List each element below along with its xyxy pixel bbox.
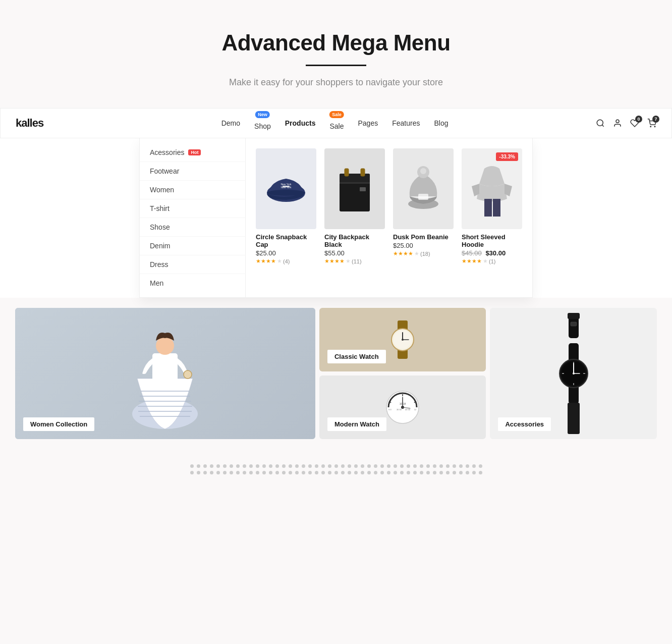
pagination-dot[interactable] (426, 464, 430, 468)
pagination-dot[interactable] (289, 464, 292, 468)
pagination-dot[interactable] (216, 464, 220, 468)
search-button[interactable] (596, 119, 605, 128)
pagination-dot[interactable] (400, 464, 404, 468)
sidebar-item-denim[interactable]: Denim (140, 237, 245, 255)
pagination-dot[interactable] (387, 471, 390, 474)
pagination-dot[interactable] (374, 471, 377, 474)
pagination-dot[interactable] (466, 464, 469, 468)
banner-women[interactable]: Women Collection (15, 308, 315, 439)
wishlist-button[interactable]: 0 (630, 119, 639, 128)
navbar-logo[interactable]: kalles (16, 117, 43, 130)
pagination-dot[interactable] (256, 464, 259, 468)
nav-item-products[interactable]: Products (285, 119, 316, 127)
nav-item-demo[interactable]: Demo (221, 119, 240, 127)
sidebar-item-tshirt[interactable]: T-shirt (140, 199, 245, 218)
pagination-dot[interactable] (380, 464, 384, 468)
pagination-dot[interactable] (190, 464, 194, 468)
pagination-dot[interactable] (190, 471, 194, 474)
banner-accessories[interactable]: Accessories (490, 308, 657, 439)
pagination-dot[interactable] (210, 471, 213, 474)
pagination-dot[interactable] (348, 471, 351, 474)
pagination-dot[interactable] (302, 471, 305, 474)
nav-item-blog[interactable]: Blog (434, 119, 448, 127)
pagination-dot[interactable] (420, 464, 423, 468)
pagination-dot[interactable] (275, 471, 279, 474)
sidebar-item-accessories[interactable]: Acessories Hot (140, 143, 245, 162)
product-card-bag[interactable]: City Backpack Black $55.00 ★★★★★ (11) (324, 148, 385, 287)
pagination-dot[interactable] (223, 464, 227, 468)
pagination-dot[interactable] (354, 464, 358, 468)
pagination-dot[interactable] (472, 471, 476, 474)
pagination-dot[interactable] (341, 464, 345, 468)
pagination-dot[interactable] (249, 464, 253, 468)
pagination-dot[interactable] (269, 464, 272, 468)
sidebar-item-footwear[interactable]: Footwear (140, 162, 245, 181)
pagination-dot[interactable] (236, 464, 240, 468)
pagination-dot[interactable] (466, 471, 469, 474)
pagination-dot[interactable] (459, 464, 463, 468)
pagination-dot[interactable] (380, 471, 384, 474)
pagination-dot[interactable] (295, 471, 299, 474)
pagination-dot[interactable] (413, 464, 417, 468)
pagination-dot[interactable] (269, 471, 272, 474)
pagination-dot[interactable] (479, 471, 482, 474)
product-card-cap[interactable]: New York New York Circle Snapback Cap $2… (256, 148, 316, 287)
pagination-dot[interactable] (236, 471, 240, 474)
pagination-dot[interactable] (197, 471, 200, 474)
pagination-dot[interactable] (361, 464, 364, 468)
pagination-dot[interactable] (262, 471, 266, 474)
pagination-dot[interactable] (295, 464, 299, 468)
pagination-dot[interactable] (354, 471, 358, 474)
pagination-dot[interactable] (243, 464, 246, 468)
pagination-dot[interactable] (446, 464, 450, 468)
pagination-dot[interactable] (387, 464, 390, 468)
nav-item-sale[interactable]: Sale Sale (329, 116, 344, 130)
pagination-dot[interactable] (315, 464, 318, 468)
pagination-dot[interactable] (216, 471, 220, 474)
pagination-dot[interactable] (433, 471, 436, 474)
nav-item-pages[interactable]: Pages (358, 119, 378, 127)
cart-button[interactable]: 7 (647, 119, 656, 128)
pagination-dot[interactable] (328, 464, 331, 468)
pagination-dot[interactable] (203, 464, 207, 468)
pagination-dot[interactable] (459, 471, 463, 474)
pagination-dot[interactable] (230, 471, 233, 474)
nav-item-features[interactable]: Features (392, 119, 420, 127)
pagination-dot[interactable] (446, 471, 450, 474)
pagination-dot[interactable] (282, 464, 286, 468)
pagination-dot[interactable] (275, 464, 279, 468)
pagination-dot[interactable] (328, 471, 331, 474)
sidebar-item-shoes[interactable]: Shose (140, 218, 245, 237)
pagination-dot[interactable] (453, 471, 456, 474)
pagination-dot[interactable] (367, 464, 371, 468)
pagination-dot[interactable] (315, 471, 318, 474)
pagination-dot[interactable] (479, 464, 482, 468)
pagination-dot[interactable] (407, 471, 410, 474)
pagination-dot[interactable] (249, 471, 253, 474)
pagination-dot[interactable] (367, 471, 371, 474)
pagination-dot[interactable] (439, 471, 443, 474)
pagination-dot[interactable] (230, 464, 233, 468)
pagination-dot[interactable] (420, 471, 423, 474)
pagination-dot[interactable] (348, 464, 351, 468)
pagination-dot[interactable] (262, 464, 266, 468)
sidebar-item-women[interactable]: Women (140, 181, 245, 199)
pagination-dot[interactable] (210, 464, 213, 468)
pagination-dot[interactable] (302, 464, 305, 468)
pagination-dot[interactable] (374, 464, 377, 468)
product-card-hoodie[interactable]: -33.3% Short Sleeved Hoodie $45.00 $30.0… (462, 148, 522, 287)
pagination-dot[interactable] (426, 471, 430, 474)
pagination-dot[interactable] (413, 471, 417, 474)
pagination-dot[interactable] (472, 464, 476, 468)
pagination-dot[interactable] (308, 471, 312, 474)
pagination-dot[interactable] (361, 471, 364, 474)
pagination-dot[interactable] (197, 464, 200, 468)
sidebar-item-men[interactable]: Men (140, 274, 245, 292)
sidebar-item-dress[interactable]: Dress (140, 255, 245, 274)
pagination-dot[interactable] (321, 471, 325, 474)
pagination-dot[interactable] (439, 464, 443, 468)
pagination-dot[interactable] (256, 471, 259, 474)
pagination-dot[interactable] (453, 464, 456, 468)
pagination-dot[interactable] (282, 471, 286, 474)
pagination-dot[interactable] (407, 464, 410, 468)
